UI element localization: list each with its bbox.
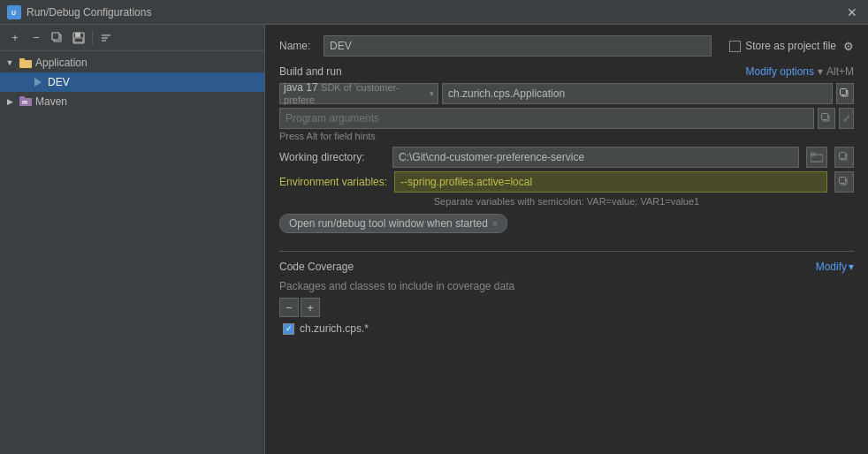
modify-options-shortcut: Alt+M	[826, 65, 854, 78]
content-panel: Name: Store as project file ⚙ Build and …	[265, 25, 868, 454]
svg-marker-12	[34, 78, 42, 87]
svg-rect-11	[19, 58, 25, 62]
sidebar-item-dev[interactable]: DEV	[0, 72, 264, 92]
main-container: + −	[0, 25, 868, 454]
name-input[interactable]	[324, 35, 712, 57]
save-config-button[interactable]	[69, 28, 88, 48]
coverage-toolbar: − +	[279, 298, 854, 317]
remove-config-button[interactable]: −	[27, 28, 46, 48]
sidebar-item-application[interactable]: ▼ Application	[0, 53, 264, 72]
gear-icon[interactable]: ⚙	[843, 40, 854, 53]
close-button[interactable]: ✕	[843, 4, 861, 21]
tag-row: Open run/debug tool window when started …	[279, 214, 854, 233]
coverage-desc: Packages and classes to include in cover…	[279, 280, 854, 292]
maven-icon: m	[19, 95, 33, 109]
config-icon-dev	[31, 75, 45, 89]
env-variables-label: Environment variables:	[279, 176, 387, 188]
env-variables-value[interactable]: --spring.profiles.active=local	[394, 171, 827, 193]
coverage-modify-arrow: ▾	[849, 261, 854, 273]
sdk-class-row: java 17 SDK of 'customer-prefere ▾ ch.zu…	[279, 83, 854, 104]
svg-text:U: U	[11, 10, 16, 16]
working-directory-label: Working directory:	[279, 151, 385, 163]
env-variables-copy-button[interactable]	[834, 171, 854, 193]
svg-rect-19	[822, 114, 828, 120]
name-row: Name: Store as project file ⚙	[279, 35, 854, 57]
coverage-item-checkbox[interactable]	[283, 323, 294, 335]
app-icon: U	[7, 5, 21, 19]
working-directory-browse-button[interactable]	[806, 147, 827, 168]
code-coverage-section: Code Coverage Modify ▾ Packages and clas…	[279, 251, 854, 337]
sdk-text: java 17 SDK of 'customer-prefere	[284, 81, 430, 106]
sidebar: + −	[0, 25, 265, 454]
working-directory-value: C:\Git\cnd-customer-preference-service	[392, 147, 799, 168]
section-header-build-run: Build and run Modify options ▾ Alt+M	[279, 65, 854, 78]
expand-icon-maven: ▶	[4, 95, 16, 108]
svg-rect-6	[74, 38, 83, 42]
working-directory-row: Working directory: C:\Git\cnd-customer-p…	[279, 147, 854, 168]
sidebar-item-maven[interactable]: ▶ m Maven	[0, 92, 264, 111]
toolbar-separator	[92, 31, 93, 45]
coverage-remove-button[interactable]: −	[279, 298, 299, 317]
expand-icon-dev	[16, 76, 28, 88]
expand-icon-application: ▼	[4, 57, 16, 69]
working-directory-copy-button[interactable]	[834, 147, 854, 168]
field-hint: Press Alt for field hints	[279, 131, 854, 141]
modify-options-arrow: ▾	[818, 65, 823, 78]
class-input[interactable]: ch.zurich.cps.Application	[442, 83, 833, 104]
tag-label: Open run/debug tool window when started	[289, 217, 488, 230]
section-actions: Modify options ▾ Alt+M	[746, 65, 854, 78]
title-bar-left: U Run/Debug Configurations	[7, 5, 151, 19]
coverage-item: ch.zurich.cps.*	[279, 321, 854, 337]
open-tool-window-tag: Open run/debug tool window when started …	[279, 214, 507, 233]
tag-close-button[interactable]: ×	[492, 218, 498, 229]
program-args-input[interactable]	[279, 108, 814, 129]
sort-config-button[interactable]	[96, 28, 116, 48]
sidebar-item-label-dev: DEV	[48, 76, 70, 88]
build-run-section: Build and run Modify options ▾ Alt+M jav…	[279, 65, 854, 242]
coverage-add-button[interactable]: +	[301, 298, 320, 317]
svg-rect-5	[75, 33, 80, 37]
folder-icon-application	[19, 56, 33, 70]
env-variables-text: --spring.profiles.active=local	[400, 176, 532, 188]
class-value: ch.zurich.cps.Application	[448, 87, 565, 100]
svg-rect-17	[841, 89, 847, 95]
name-label: Name:	[279, 40, 315, 52]
window-title: Run/Debug Configurations	[27, 6, 151, 19]
store-project-label: Store as project file	[745, 40, 836, 52]
svg-rect-25	[840, 178, 846, 184]
program-args-row: ⤢	[279, 108, 854, 129]
add-config-button[interactable]: +	[5, 28, 25, 48]
sdk-select[interactable]: java 17 SDK of 'customer-prefere ▾	[279, 83, 438, 104]
sidebar-item-label-maven: Maven	[35, 95, 67, 108]
java-version: java 17	[284, 81, 318, 94]
copy-config-button[interactable]	[48, 28, 67, 48]
sidebar-tree: ▼ Application DEV	[0, 51, 264, 454]
coverage-modify-label: Modify	[816, 261, 847, 273]
svg-rect-23	[840, 153, 846, 159]
store-project-container: Store as project file ⚙	[729, 40, 854, 53]
program-args-copy-button[interactable]	[818, 108, 835, 129]
env-hint: Separate variables with semicolon: VAR=v…	[279, 196, 854, 207]
program-args-expand-button[interactable]: ⤢	[839, 108, 854, 129]
store-project-checkbox[interactable]	[729, 41, 741, 52]
coverage-title: Code Coverage	[279, 261, 354, 273]
working-directory-text: C:\Git\cnd-customer-preference-service	[399, 151, 584, 163]
coverage-item-label: ch.zurich.cps.*	[300, 322, 369, 335]
coverage-header: Code Coverage Modify ▾	[279, 261, 854, 273]
sidebar-toolbar: + −	[0, 25, 264, 51]
title-bar: U Run/Debug Configurations ✕	[0, 0, 868, 25]
class-copy-button[interactable]	[836, 83, 854, 104]
env-variables-row: Environment variables: --spring.profiles…	[279, 171, 854, 193]
sdk-arrow-icon: ▾	[430, 89, 434, 98]
build-run-title: Build and run	[279, 65, 342, 78]
svg-rect-3	[52, 33, 59, 40]
svg-text:m: m	[22, 99, 27, 105]
sidebar-item-label-application: Application	[35, 57, 88, 69]
coverage-modify-button[interactable]: Modify ▾	[816, 261, 854, 273]
modify-options-link[interactable]: Modify options	[746, 65, 814, 78]
